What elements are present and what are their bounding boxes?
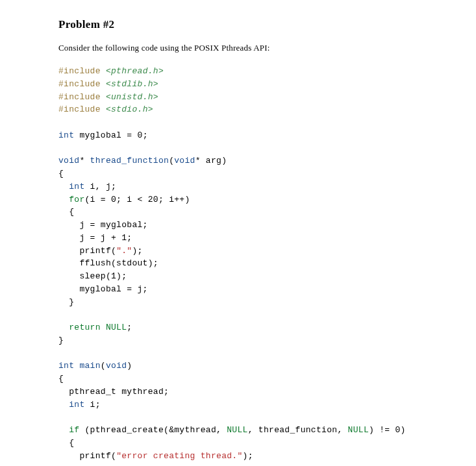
keyword-for: for <box>69 195 84 204</box>
string-literal: "." <box>116 246 132 256</box>
sys-include: <unistd.h> <box>106 92 158 102</box>
null-literal: NULL <box>227 425 247 435</box>
code-text: sleep(1); <box>58 271 127 281</box>
keyword-return: return <box>69 323 101 332</box>
code-text: printf( <box>58 246 116 256</box>
sys-include: <stdlib.h> <box>106 79 158 89</box>
keyword-void: void <box>174 156 195 166</box>
code-text: j = myglobal; <box>58 220 148 230</box>
keyword-int: int <box>69 182 84 191</box>
sys-include: <stdio.h> <box>106 104 153 114</box>
keyword-int: int <box>69 400 84 410</box>
intro-text: Consider the following code using the PO… <box>58 43 418 53</box>
code-text: pthread_t mythread; <box>58 387 169 397</box>
function-name: thread_function <box>85 156 169 166</box>
code-text: ; <box>127 323 132 332</box>
function-name: main <box>74 361 101 371</box>
null-literal: NULL <box>106 323 127 332</box>
keyword-int: int <box>58 361 74 371</box>
code-block: #include <pthread.h> #include <stdlib.h>… <box>58 65 418 462</box>
code-text: * arg) <box>195 156 227 166</box>
problem-heading: Problem #2 <box>58 18 418 31</box>
code-text: ); <box>132 246 142 256</box>
code-text: j = j + 1; <box>58 233 132 243</box>
code-text: i; <box>85 400 101 410</box>
code-text: } <box>58 336 64 345</box>
code-text: fflush(stdout); <box>58 258 158 268</box>
preproc-directive: #include <box>58 92 101 102</box>
code-text: myglobal = 0; <box>74 130 147 140</box>
code-text: { <box>58 374 64 384</box>
code-text: ( <box>101 361 106 371</box>
keyword-if: if <box>69 425 79 435</box>
code-text: printf( <box>58 451 116 461</box>
code-text: { <box>58 169 64 178</box>
code-text: , thread_function, <box>248 425 348 435</box>
keyword-void: void <box>58 156 79 166</box>
code-text: (pthread_create(&mythread, <box>79 425 227 435</box>
null-literal: NULL <box>348 425 369 435</box>
preproc-directive: #include <box>58 79 101 89</box>
code-text: { <box>58 207 74 217</box>
string-literal: "error creating thread." <box>116 451 242 461</box>
code-text: { <box>58 438 74 448</box>
keyword-int: int <box>58 130 74 140</box>
preproc-directive: #include <box>58 66 101 76</box>
code-text: ) != 0) <box>369 425 406 435</box>
code-text: (i = 0; i < 20; i++) <box>85 195 190 204</box>
code-text: ); <box>243 451 253 461</box>
code-text: ) <box>127 361 132 371</box>
keyword-void: void <box>106 361 127 371</box>
code-text: i, j; <box>85 182 117 191</box>
code-text: myglobal = j; <box>58 284 148 294</box>
preproc-directive: #include <box>58 104 101 114</box>
code-text: } <box>58 297 74 307</box>
sys-include: <pthread.h> <box>106 66 164 76</box>
